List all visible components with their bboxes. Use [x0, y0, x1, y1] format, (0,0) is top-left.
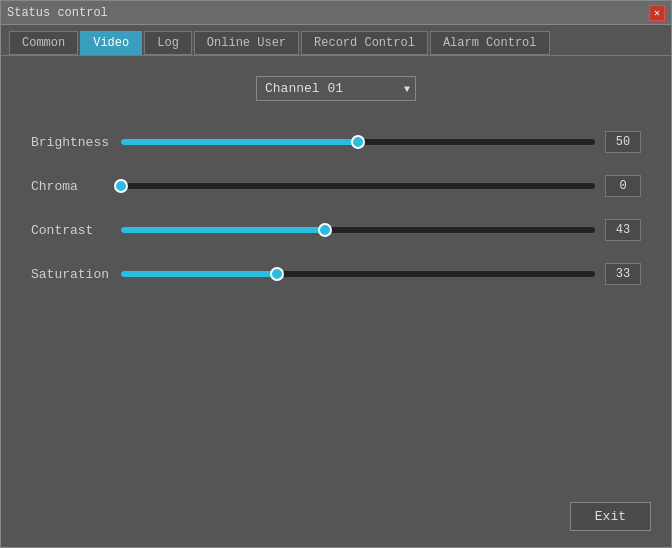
slider-thumb-chroma[interactable] [114, 179, 128, 193]
channel-select[interactable]: Channel 01Channel 02Channel 03Channel 04 [256, 76, 416, 101]
status-control-window: Status control ✕ CommonVideoLogOnline Us… [0, 0, 672, 548]
tab-log[interactable]: Log [144, 31, 192, 55]
tab-alarm-control[interactable]: Alarm Control [430, 31, 550, 55]
close-icon: ✕ [654, 7, 660, 19]
slider-row-brightness: Brightness50 [31, 131, 641, 153]
exit-button[interactable]: Exit [570, 502, 651, 531]
tab-common[interactable]: Common [9, 31, 78, 55]
channel-row: Channel 01Channel 02Channel 03Channel 04 [256, 76, 416, 101]
tab-bar: CommonVideoLogOnline UserRecord ControlA… [1, 25, 671, 56]
slider-thumb-brightness[interactable] [351, 135, 365, 149]
slider-label-brightness: Brightness [31, 135, 111, 150]
sliders-section: Brightness50Chroma0Contrast43Saturation3… [31, 131, 641, 285]
slider-track-chroma[interactable] [121, 183, 595, 189]
slider-label-contrast: Contrast [31, 223, 111, 238]
slider-fill-contrast [121, 227, 325, 233]
slider-fill-brightness [121, 139, 358, 145]
slider-track-brightness[interactable] [121, 139, 595, 145]
slider-value-contrast: 43 [605, 219, 641, 241]
title-bar: Status control ✕ [1, 1, 671, 25]
slider-label-chroma: Chroma [31, 179, 111, 194]
slider-row-saturation: Saturation33 [31, 263, 641, 285]
slider-value-chroma: 0 [605, 175, 641, 197]
slider-fill-saturation [121, 271, 277, 277]
main-content: Channel 01Channel 02Channel 03Channel 04… [1, 56, 671, 492]
slider-row-contrast: Contrast43 [31, 219, 641, 241]
slider-value-brightness: 50 [605, 131, 641, 153]
slider-thumb-saturation[interactable] [270, 267, 284, 281]
tab-video[interactable]: Video [80, 31, 142, 55]
close-button[interactable]: ✕ [649, 5, 665, 21]
footer: Exit [1, 492, 671, 547]
slider-row-chroma: Chroma0 [31, 175, 641, 197]
slider-track-saturation[interactable] [121, 271, 595, 277]
channel-select-wrapper[interactable]: Channel 01Channel 02Channel 03Channel 04 [256, 76, 416, 101]
slider-track-contrast[interactable] [121, 227, 595, 233]
slider-thumb-contrast[interactable] [318, 223, 332, 237]
tab-online-user[interactable]: Online User [194, 31, 299, 55]
tab-record-control[interactable]: Record Control [301, 31, 428, 55]
slider-label-saturation: Saturation [31, 267, 111, 282]
window-title: Status control [7, 6, 108, 20]
slider-value-saturation: 33 [605, 263, 641, 285]
